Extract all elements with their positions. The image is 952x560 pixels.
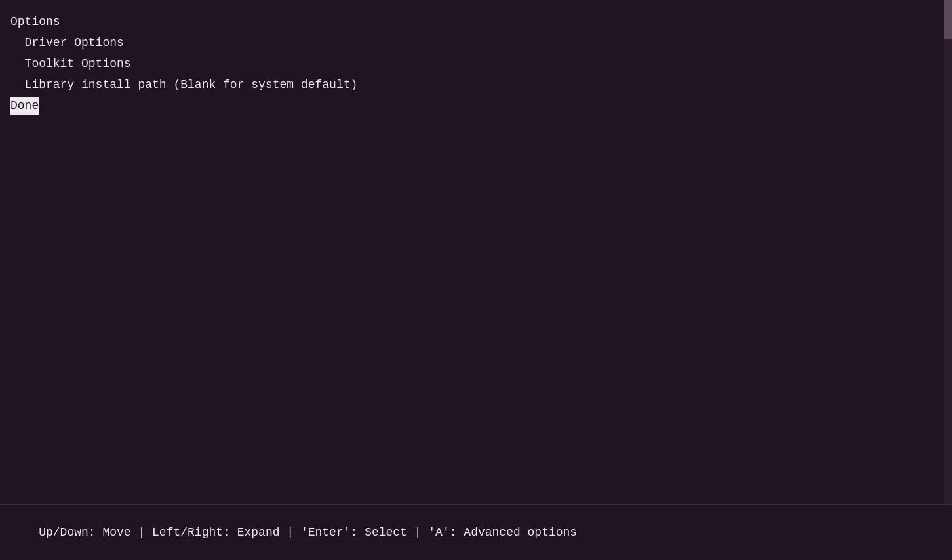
menu-item-4[interactable]: Done	[10, 96, 942, 117]
scrollbar[interactable]	[944, 0, 952, 560]
menu-item-0[interactable]: Options	[10, 12, 942, 33]
status-bar: Up/Down: Move | Left/Right: Expand | 'En…	[0, 504, 952, 560]
menu-area: Options Driver Options Toolkit Options L…	[10, 7, 942, 116]
scrollbar-thumb[interactable]	[944, 0, 952, 39]
status-bar-text: Up/Down: Move | Left/Right: Expand | 'En…	[39, 526, 577, 539]
menu-item-3[interactable]: Library install path (Blank for system d…	[10, 75, 942, 96]
menu-item-2[interactable]: Toolkit Options	[10, 54, 942, 75]
menu-item-1[interactable]: Driver Options	[10, 33, 942, 54]
terminal: Options Driver Options Toolkit Options L…	[0, 0, 952, 560]
